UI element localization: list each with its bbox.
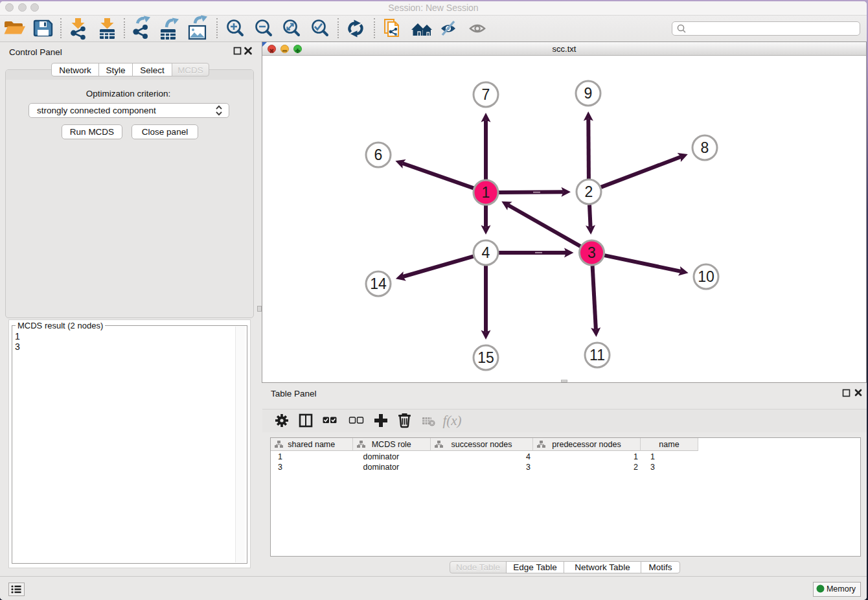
svg-text:10: 10 bbox=[698, 268, 714, 285]
svg-text:3: 3 bbox=[588, 244, 596, 261]
svg-text:7: 7 bbox=[482, 86, 490, 103]
svg-text:6: 6 bbox=[374, 146, 383, 163]
svg-text:11: 11 bbox=[589, 347, 605, 363]
svg-text:8: 8 bbox=[701, 139, 709, 156]
svg-text:15: 15 bbox=[477, 349, 494, 366]
svg-text:f(x): f(x) bbox=[442, 413, 461, 428]
svg-text:9: 9 bbox=[584, 85, 593, 102]
svg-text:4: 4 bbox=[482, 244, 490, 261]
svg-text:14: 14 bbox=[370, 275, 387, 292]
svg-text:1: 1 bbox=[482, 184, 490, 201]
svg-text:2: 2 bbox=[585, 183, 593, 200]
